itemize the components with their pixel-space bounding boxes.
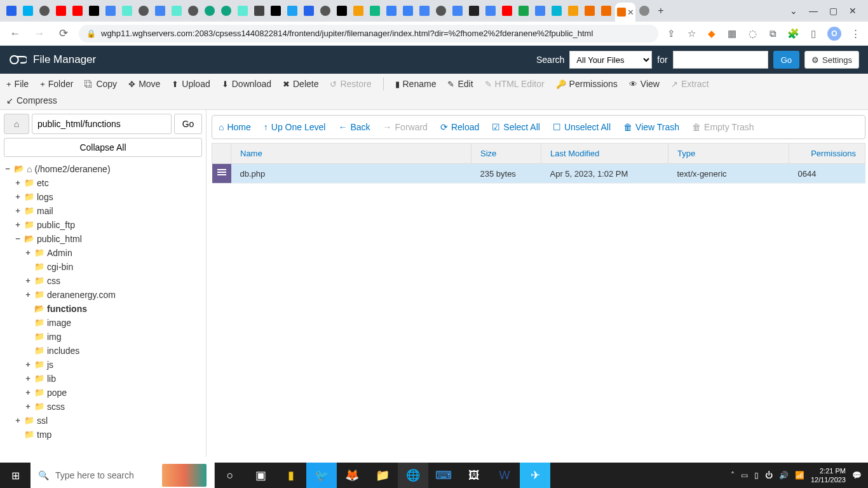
upload-button[interactable]: ⬆Upload [172, 79, 210, 89]
sidepanel-icon[interactable]: ▯ [807, 27, 820, 40]
tab-icon[interactable] [483, 3, 498, 18]
taskbar-app[interactable]: 🌐 [398, 463, 428, 488]
tree-node-functions[interactable]: 📂functions [24, 302, 202, 316]
tab-icon[interactable] [637, 3, 652, 18]
tree-node-image[interactable]: 📁image [24, 316, 202, 330]
tree-node-cgi-bin[interactable]: 📁cgi-bin [24, 260, 202, 274]
tab-icon[interactable] [252, 3, 267, 18]
path-go-button[interactable]: Go [174, 114, 202, 134]
url-input[interactable]: 🔒 wghp11.wghservers.com:2083/cpsess14408… [79, 25, 658, 43]
tab-icon[interactable] [169, 3, 184, 18]
tab-icon[interactable] [268, 3, 283, 18]
tab-icon[interactable] [186, 3, 201, 18]
tab-icon[interactable] [136, 3, 151, 18]
tree-node-img[interactable]: 📁img [24, 330, 202, 344]
tree-node-public-ftp[interactable]: +📁public_ftp [14, 218, 202, 232]
taskbar-app[interactable]: ○ [215, 463, 245, 488]
back-nav-button[interactable]: ←Back [338, 122, 370, 132]
taskbar-app[interactable]: ⌨ [428, 463, 459, 488]
star-icon[interactable]: ☆ [685, 27, 698, 40]
search-scope-select[interactable]: All Your Files [569, 51, 652, 69]
tab-icon[interactable] [334, 3, 349, 18]
extension-icon[interactable]: ▦ [726, 27, 738, 40]
select-all-button[interactable]: ☑Select All [492, 122, 540, 132]
tab-icon[interactable] [384, 3, 399, 18]
tab-icon[interactable] [599, 3, 614, 18]
forward-button[interactable]: → [31, 27, 48, 40]
close-button[interactable]: ✕ [849, 6, 857, 16]
tree-node-includes[interactable]: 📁includes [24, 344, 202, 358]
up-button[interactable]: ↑Up One Level [264, 122, 326, 132]
avatar[interactable]: O [827, 27, 841, 41]
new-tab-button[interactable]: + [653, 3, 668, 18]
tab-icon[interactable] [153, 3, 168, 18]
tray-chevron-icon[interactable]: ˄ [731, 471, 735, 480]
tab-icon[interactable] [516, 3, 531, 18]
close-icon[interactable]: ✕ [627, 8, 634, 17]
view-button[interactable]: 👁View [629, 79, 660, 89]
tree-node-js[interactable]: +📁js [24, 358, 202, 372]
minimize-button[interactable]: — [809, 6, 818, 16]
tab-icon[interactable] [4, 3, 19, 18]
tab-icon[interactable] [549, 3, 564, 18]
tab-icon[interactable] [86, 3, 102, 18]
tab-icon[interactable] [466, 3, 482, 18]
tab-icon[interactable] [417, 3, 432, 18]
tray-icon[interactable]: ▭ [741, 471, 748, 480]
tab-icon[interactable] [499, 3, 515, 18]
tab-icon[interactable] [103, 3, 118, 18]
tab-active[interactable]: ✕ [615, 3, 635, 22]
tab-icon[interactable] [20, 3, 36, 18]
col-perms[interactable]: Permissions [789, 144, 865, 164]
delete-button[interactable]: ✖Delete [283, 79, 318, 89]
home-path-button[interactable]: ⌂ [4, 114, 29, 134]
tree-node-public-html[interactable]: −📂public_html [14, 232, 202, 246]
settings-button[interactable]: ⚙Settings [804, 51, 859, 69]
extensions-icon[interactable]: 🧩 [787, 27, 799, 40]
tree-node-etc[interactable]: +📁etc [14, 176, 202, 190]
tree-node-pope[interactable]: +📁pope [24, 386, 202, 400]
tab-icon[interactable] [400, 3, 416, 18]
tab-icon[interactable] [119, 3, 135, 18]
tree-node-mail[interactable]: +📁mail [14, 204, 202, 218]
tree-node-tmp[interactable]: 📁tmp [14, 428, 202, 442]
tab-icon[interactable] [301, 3, 316, 18]
tray-wifi-icon[interactable]: 📶 [795, 471, 804, 480]
extension-icon[interactable]: ◌ [746, 27, 759, 40]
unselect-all-button[interactable]: ☐Unselect All [553, 122, 611, 132]
collapse-all-button[interactable]: Collapse All [4, 138, 202, 157]
tab-icon[interactable] [450, 3, 465, 18]
view-trash-button[interactable]: 🗑View Trash [623, 122, 679, 132]
tab-icon[interactable] [351, 3, 366, 18]
reload-nav-button[interactable]: ⟳Reload [440, 122, 479, 132]
col-icon[interactable] [212, 144, 231, 164]
taskbar-app[interactable]: 📁 [367, 463, 398, 488]
tab-icon[interactable] [37, 3, 52, 18]
tab-icon[interactable] [70, 3, 85, 18]
reload-button[interactable]: ⟳ [55, 27, 72, 40]
file-button[interactable]: +File [6, 79, 29, 89]
tree-node-scss[interactable]: +📁scss [24, 400, 202, 414]
back-button[interactable]: ← [6, 27, 24, 40]
rename-button[interactable]: ▮Rename [395, 79, 437, 89]
taskbar-app[interactable]: 🦊 [337, 463, 367, 488]
tray-volume-icon[interactable]: 🔊 [779, 471, 789, 480]
download-button[interactable]: ⬇Download [222, 79, 271, 89]
extension-icon[interactable]: ◆ [705, 27, 718, 40]
tab-icon[interactable] [532, 3, 548, 18]
home-button[interactable]: ⌂Home [219, 122, 251, 132]
search-go-button[interactable]: Go [773, 51, 799, 69]
col-type[interactable]: Type [668, 144, 789, 164]
maximize-button[interactable]: ▢ [829, 6, 837, 16]
col-size[interactable]: Size [471, 144, 541, 164]
tab-icon[interactable] [582, 3, 597, 18]
search-input[interactable] [673, 51, 768, 69]
tree-node-logs[interactable]: +📁logs [14, 190, 202, 204]
tab-icon[interactable] [53, 3, 69, 18]
col-modified[interactable]: Last Modified [541, 144, 668, 164]
permissions-button[interactable]: 🔑Permissions [556, 79, 618, 89]
start-button[interactable]: ⊞ [0, 463, 31, 488]
tray-notifications-icon[interactable]: 💬 [852, 471, 862, 480]
tab-icon[interactable] [367, 3, 383, 18]
tab-icon[interactable] [219, 3, 234, 18]
